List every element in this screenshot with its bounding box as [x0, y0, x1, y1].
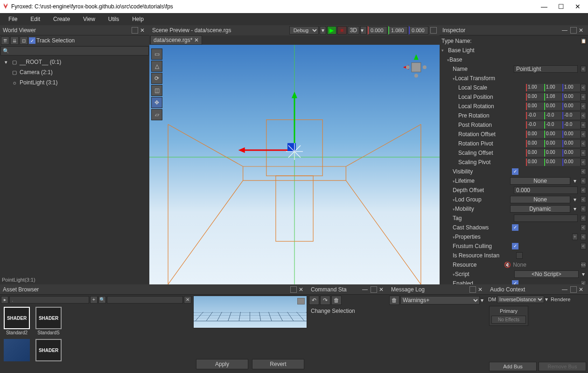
section-base[interactable]: Base: [449, 56, 462, 63]
panel-minimize-icon[interactable]: —: [562, 27, 568, 34]
depth-offset-input[interactable]: [514, 186, 578, 194]
scaling-pivot-x[interactable]: 0.00: [526, 159, 544, 166]
scaling-pivot-z[interactable]: 0.00: [562, 159, 580, 166]
tag-input[interactable]: [514, 214, 578, 222]
remove-bus-button[interactable]: Remove Bus: [539, 362, 586, 371]
revert-icon[interactable]: <: [581, 196, 586, 203]
panel-maximize-icon[interactable]: [469, 286, 476, 293]
panel-close-icon[interactable]: ✕: [579, 27, 585, 34]
local-rotation-x[interactable]: 0.00: [526, 103, 544, 110]
script-select[interactable]: <No Script>: [514, 270, 579, 278]
apply-button[interactable]: Apply: [196, 359, 248, 369]
rotation-pivot-y[interactable]: 0.00: [544, 140, 562, 147]
panel-maximize-icon[interactable]: [132, 27, 138, 34]
pre-rotation-y[interactable]: -0.0: [544, 112, 562, 119]
pos-x-input[interactable]: [368, 26, 387, 35]
preview-settings-icon[interactable]: [297, 298, 305, 304]
close-button[interactable]: ✕: [569, 1, 586, 12]
scaling-offset-z[interactable]: 0.00: [562, 149, 580, 157]
distance-model-select[interactable]: InverseDistance: [497, 296, 544, 303]
revert-icon[interactable]: <: [581, 131, 586, 138]
panel-close-icon[interactable]: ✕: [478, 286, 484, 293]
revert-button[interactable]: Revert: [252, 359, 304, 369]
clear-log-button[interactable]: 🗑: [389, 296, 399, 305]
rotation-offset-z[interactable]: 0.00: [562, 131, 580, 138]
asset-item[interactable]: SHADERStandardS: [34, 307, 63, 335]
menu-edit[interactable]: Edit: [24, 14, 47, 24]
scaling-pivot-y[interactable]: 0.00: [544, 159, 562, 166]
clear-stack-button[interactable]: 🗑: [331, 296, 342, 305]
cast-shadows-checkbox[interactable]: ✓: [512, 224, 518, 231]
nav-back-button[interactable]: ▸: [1, 296, 8, 304]
visibility-checkbox[interactable]: ✓: [512, 168, 518, 175]
local-scale-z[interactable]: 1.00: [562, 84, 580, 91]
panel-maximize-icon[interactable]: [371, 286, 377, 293]
section-local-transform[interactable]: Local Transform: [455, 75, 495, 82]
pos-z-input[interactable]: [409, 26, 428, 35]
menu-help[interactable]: Help: [126, 14, 150, 24]
panel-close-icon[interactable]: ✕: [299, 286, 305, 293]
scene-tab[interactable]: data/scene.rgs* ✕: [150, 35, 202, 45]
asset-search-input[interactable]: [107, 296, 183, 304]
revert-icon[interactable]: <: [581, 149, 586, 157]
local-scale-y[interactable]: 1.00: [544, 84, 562, 91]
local-position-z[interactable]: 0.00: [562, 93, 580, 101]
revert-icon[interactable]: <: [581, 234, 586, 240]
post-rotation-y[interactable]: -0.0: [544, 121, 562, 129]
pos-y-input[interactable]: [388, 26, 408, 35]
local-scale-x[interactable]: 1.00: [526, 84, 544, 91]
local-position-x[interactable]: 0.00: [526, 93, 544, 101]
name-input[interactable]: [514, 65, 578, 73]
frustum-culling-checkbox[interactable]: ✓: [512, 243, 518, 249]
panel-close-icon[interactable]: ✕: [140, 27, 147, 34]
local-rotation-z[interactable]: 0.00: [562, 103, 580, 110]
post-rotation-z[interactable]: -0.0: [562, 121, 580, 129]
rotation-pivot-z[interactable]: 0.00: [562, 140, 580, 147]
revert-icon[interactable]: <<: [581, 262, 586, 268]
revert-icon[interactable]: <: [581, 93, 586, 101]
asset-item[interactable]: [2, 339, 32, 361]
minimize-button[interactable]: —: [536, 1, 553, 12]
revert-icon[interactable]: <: [581, 206, 586, 212]
lod-group-select[interactable]: None: [510, 196, 570, 203]
scaling-offset-x[interactable]: 0.00: [526, 149, 544, 157]
panel-maximize-icon[interactable]: [570, 27, 577, 34]
asset-item[interactable]: SHADERStandard2: [2, 307, 32, 335]
revert-icon[interactable]: <: [581, 103, 586, 110]
menu-file[interactable]: File: [2, 14, 24, 24]
path-input[interactable]: .: [9, 296, 89, 304]
panel-maximize-icon[interactable]: [430, 27, 437, 34]
undo-button[interactable]: ↶: [309, 296, 319, 305]
scene-viewport[interactable]: ▭ △ ⟳ ◫ ✥ ▱: [149, 45, 440, 284]
panel-maximize-icon[interactable]: [570, 286, 577, 293]
menu-view[interactable]: View: [77, 14, 102, 24]
rotation-offset-y[interactable]: 0.00: [544, 131, 562, 138]
rotation-pivot-x[interactable]: 0.00: [526, 140, 544, 147]
redo-button[interactable]: ↷: [320, 296, 330, 305]
revert-icon[interactable]: <: [581, 243, 586, 249]
play-button[interactable]: ▶: [327, 26, 336, 35]
add-icon[interactable]: +: [572, 234, 578, 240]
local-position-y[interactable]: 1.08: [544, 93, 562, 101]
enabled-checkbox[interactable]: ✓: [512, 280, 518, 284]
revert-icon[interactable]: <: [581, 84, 586, 91]
build-config-dropdown-icon[interactable]: ▾: [320, 26, 326, 35]
add-bus-button[interactable]: Add Bus: [489, 362, 537, 371]
close-tab-icon[interactable]: ✕: [194, 37, 199, 43]
mobility-select[interactable]: Dynamic: [510, 205, 570, 213]
section-base-light[interactable]: Base Light: [448, 47, 586, 54]
asset-item[interactable]: SHADER: [34, 339, 63, 361]
menu-create[interactable]: Create: [47, 14, 77, 24]
add-button[interactable]: +: [90, 296, 98, 304]
collapse-all-button[interactable]: ⇈: [1, 36, 9, 45]
revert-icon[interactable]: <: [581, 66, 586, 72]
revert-icon[interactable]: <: [581, 187, 586, 193]
revert-icon[interactable]: <: [581, 121, 586, 129]
panel-minimize-icon[interactable]: —: [562, 286, 568, 293]
section-properties[interactable]: Properties: [455, 234, 481, 240]
maximize-button[interactable]: ☐: [553, 1, 569, 12]
tree-item-camera[interactable]: ▢ Camera (2:1): [0, 67, 149, 77]
is-resource-instance-checkbox[interactable]: [516, 252, 523, 259]
revert-icon[interactable]: <: [581, 159, 586, 166]
clipboard-icon[interactable]: 📋: [581, 38, 586, 44]
